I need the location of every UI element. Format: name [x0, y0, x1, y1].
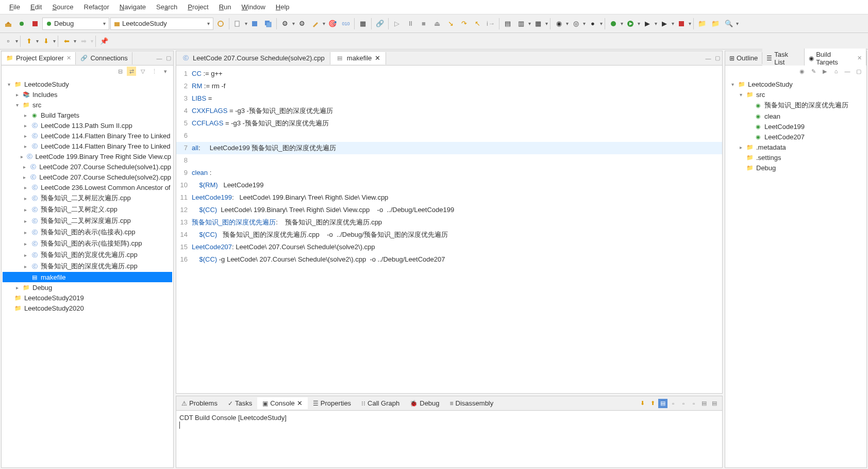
- terminate-icon[interactable]: ■: [418, 18, 430, 30]
- project-select[interactable]: LeetcodeStudy▾: [110, 18, 213, 30]
- close-icon[interactable]: ✕: [857, 55, 862, 61]
- menu-search[interactable]: Search: [151, 1, 182, 13]
- tree-item[interactable]: ▸ⓒLeetCode 114.Flatten Binary Tree to Li…: [3, 131, 172, 141]
- tree-item[interactable]: ◉clean: [726, 111, 865, 121]
- coverage-icon[interactable]: ▶: [658, 18, 671, 30]
- hammer-icon[interactable]: [309, 18, 322, 30]
- link-icon[interactable]: 🔗: [374, 18, 386, 30]
- build-config-select[interactable]: Debug▾: [42, 18, 109, 30]
- tree-item[interactable]: ▸ⓒ预备知识_图的深度优先遍历.cpp: [3, 261, 172, 272]
- collapse-all-icon[interactable]: ⊟: [115, 67, 125, 76]
- expand-icon[interactable]: ▸: [14, 285, 20, 290]
- new-icon[interactable]: [231, 18, 244, 30]
- back-icon[interactable]: ⬅: [60, 35, 73, 47]
- disconnect-icon[interactable]: ⏏: [431, 18, 443, 30]
- expand-icon[interactable]: ▾: [729, 82, 736, 87]
- scroll-lock-icon[interactable]: ▤: [658, 399, 667, 408]
- up-icon[interactable]: ⬇: [638, 399, 647, 408]
- tree-item[interactable]: ▸ⓒ预备知识_二叉树定义.cpp: [3, 204, 172, 215]
- expand-icon[interactable]: ▾: [738, 92, 744, 98]
- tree-item[interactable]: ▸📁Debug: [3, 282, 172, 293]
- tab-outline[interactable]: ⊞ Outline: [725, 52, 762, 64]
- tab-tasks[interactable]: ✓ Tasks: [223, 397, 257, 409]
- expand-icon[interactable]: ▸: [22, 133, 28, 139]
- build-target-icon[interactable]: ▶: [820, 67, 829, 76]
- tab-connections[interactable]: 🔗Connections: [76, 52, 132, 64]
- step-return-icon[interactable]: ↖: [471, 18, 483, 30]
- tree-item[interactable]: ▸ⓒ预备知识_图的宽度优先遍历.cpp: [3, 249, 172, 261]
- expand-icon[interactable]: ▸: [22, 264, 28, 269]
- pin-icon[interactable]: 📌: [98, 35, 110, 47]
- edit-target-icon[interactable]: ✎: [809, 67, 818, 76]
- expand-icon[interactable]: ▸: [22, 112, 28, 118]
- code-editor[interactable]: 1CC := g++2RM := rm -f3LIBS =4CXXFLAGS =…: [176, 66, 722, 393]
- minimize-icon[interactable]: —: [843, 67, 852, 76]
- build-project-icon[interactable]: ⚙: [296, 18, 308, 30]
- tree-item[interactable]: ◉LeetCode207: [726, 132, 865, 142]
- expand-icon[interactable]: ▸: [22, 218, 28, 224]
- tree-item[interactable]: ▸ⓒ预备知识_图的表示(临接表).cpp: [3, 227, 172, 238]
- expand-icon[interactable]: ▸: [22, 143, 28, 149]
- tab-project-explorer[interactable]: 📁Project Explorer✕: [2, 52, 76, 64]
- tool2-icon[interactable]: ▥: [515, 18, 527, 30]
- external-icon[interactable]: [675, 18, 688, 30]
- menu-window[interactable]: Window: [237, 1, 271, 13]
- tree-item[interactable]: ▸📚Includes: [3, 89, 172, 100]
- tree-item[interactable]: 📁LeetcodeStudy2019: [3, 293, 172, 303]
- build-all-icon[interactable]: ⚙: [279, 18, 291, 30]
- folder2-icon[interactable]: 📁: [709, 18, 722, 30]
- clear-icon[interactable]: ▫: [669, 399, 678, 408]
- profile-icon[interactable]: ▶: [641, 18, 654, 30]
- tree-item[interactable]: ▸📁.metadata: [726, 142, 865, 152]
- open-type-icon[interactable]: ◉: [553, 18, 565, 30]
- tree-item[interactable]: ▸ⓒ预备知识_二叉树深度遍历.cpp: [3, 215, 172, 227]
- new-item-icon[interactable]: ▫: [2, 35, 14, 47]
- tree-item[interactable]: ◉预备知识_图的深度优先遍历: [726, 100, 865, 111]
- tree-item[interactable]: ▤makefile: [3, 272, 172, 282]
- build-icon[interactable]: [2, 18, 14, 30]
- tree-item[interactable]: ▾📁src: [726, 89, 865, 100]
- menu-source[interactable]: Source: [47, 1, 78, 13]
- gear-icon[interactable]: [214, 18, 227, 30]
- tree-item[interactable]: ▸ⓒ预备知识_二叉树层次遍历.cpp: [3, 192, 172, 204]
- close-icon[interactable]: ✕: [297, 399, 303, 407]
- next-annotation-icon[interactable]: ⬇: [40, 35, 52, 47]
- tab-debug[interactable]: 🐞 Debug: [405, 397, 444, 409]
- tab-disassembly[interactable]: ≡ Disassembly: [445, 397, 499, 409]
- tab-callgraph[interactable]: ⁝⁝ Call Graph: [356, 397, 405, 409]
- display-icon[interactable]: ▫: [689, 399, 698, 408]
- close-icon[interactable]: ✕: [375, 54, 380, 62]
- tree-item[interactable]: ▾📁LeetcodeStudy: [3, 79, 172, 89]
- expand-icon[interactable]: ▸: [738, 144, 744, 150]
- expand-icon[interactable]: ▸: [22, 230, 28, 235]
- tree-item[interactable]: ◉LeetCode199: [726, 121, 865, 132]
- tool3-icon[interactable]: ▦: [532, 18, 544, 30]
- menu-help[interactable]: Help: [271, 1, 295, 13]
- expand-icon[interactable]: ▸: [19, 154, 24, 159]
- tree-item[interactable]: ▸ⓒLeetCode 113.Path Sum II.cpp: [3, 120, 172, 131]
- tree-item[interactable]: 📁LeetcodeStudy2020: [3, 303, 172, 313]
- debug-icon[interactable]: [607, 18, 620, 30]
- tree-item[interactable]: ▾📁LeetcodeStudy: [726, 79, 865, 89]
- menu-edit[interactable]: Edit: [25, 1, 47, 13]
- expand-icon[interactable]: ▸: [22, 241, 28, 247]
- expand-icon[interactable]: ▸: [14, 92, 20, 98]
- minimize-icon[interactable]: —: [704, 54, 713, 63]
- step-over-icon[interactable]: ↷: [458, 18, 470, 30]
- maximize-icon[interactable]: ▢: [713, 54, 722, 63]
- menu-run[interactable]: Run: [214, 1, 237, 13]
- menu-project[interactable]: Project: [182, 1, 213, 13]
- perspective-icon[interactable]: ▦: [357, 18, 369, 30]
- target-icon[interactable]: 🎯: [326, 18, 339, 30]
- expand-icon[interactable]: ▸: [21, 174, 27, 180]
- view-menu-icon[interactable]: ⋮: [149, 67, 159, 76]
- tab-tasklist[interactable]: ☰ Task List: [762, 48, 805, 68]
- menu-file[interactable]: FFileile: [4, 1, 25, 13]
- project-tree[interactable]: ▾📁LeetcodeStudy▸📚Includes▾📁src▸◉Build Ta…: [2, 77, 173, 467]
- expand-icon[interactable]: ▸: [22, 196, 28, 201]
- home-icon[interactable]: ⌂: [831, 67, 841, 76]
- expand-icon[interactable]: ▸: [21, 164, 27, 170]
- tree-item[interactable]: ▸ⓒLeetCode 207.Course Schedule(solve2).c…: [3, 172, 172, 182]
- save-icon[interactable]: [248, 18, 261, 30]
- expand-icon[interactable]: ▸: [22, 185, 28, 190]
